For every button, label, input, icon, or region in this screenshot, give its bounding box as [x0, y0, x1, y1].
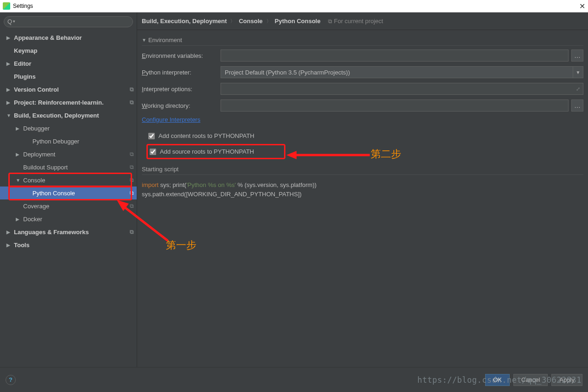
chevron-right-icon: ▶	[6, 100, 12, 105]
copy-icon: ⧉	[130, 86, 134, 93]
sidebar-item-docker[interactable]: ▶Docker	[0, 212, 137, 225]
sidebar-item-console[interactable]: ▼Console⧉	[0, 174, 137, 187]
sidebar-item-version-control[interactable]: ▶Version Control⧉	[0, 83, 137, 96]
interpreter-label: Python interpreter:	[142, 69, 221, 76]
chevron-down-icon: ▼	[16, 178, 21, 183]
crumb-build[interactable]: Build, Execution, Deployment	[142, 18, 227, 25]
tree-label: Project: Reinforcement-learnin.	[14, 99, 104, 106]
copy-icon: ⧉	[130, 229, 134, 235]
chevron-right-icon: 〉	[266, 18, 271, 25]
starting-script-editor[interactable]: import sys; print('Python %s on %s' % (s…	[142, 179, 583, 200]
interpreter-opts-input[interactable]: ⤢	[221, 83, 583, 95]
app-icon	[3, 2, 10, 10]
tree-label: Docker	[23, 216, 42, 223]
copy-icon: ⧉	[130, 151, 134, 157]
sidebar-item-python-console[interactable]: Python Console⧉	[0, 187, 137, 199]
sidebar-item-appearance[interactable]: ▶Appearance & Behavior	[0, 31, 137, 44]
sidebar-item-coverage[interactable]: Coverage⧉	[0, 199, 137, 212]
working-dir-browse-button[interactable]: …	[571, 100, 583, 112]
code-kw: import	[142, 181, 158, 188]
content-panel: Build, Execution, Deployment 〉 Console 〉…	[137, 12, 588, 367]
sidebar-item-keymap[interactable]: Keymap	[0, 44, 137, 57]
env-vars-browse-button[interactable]: …	[571, 50, 583, 62]
tree-label: Languages & Frameworks	[14, 229, 89, 236]
chevron-down-icon: ▼	[6, 113, 12, 118]
section-label: Environment	[148, 37, 182, 44]
chevron-right-icon: ▶	[6, 87, 12, 92]
sidebar-item-languages[interactable]: ▶Languages & Frameworks⧉	[0, 225, 137, 238]
search-dropdown-icon[interactable]: ▾	[13, 19, 15, 24]
sidebar-item-debugger[interactable]: ▶Debugger	[0, 122, 137, 135]
copy-icon: ⧉	[130, 177, 134, 183]
chevron-right-icon: ▶	[16, 217, 21, 222]
chevron-right-icon: ▶	[16, 126, 21, 131]
copy-icon: ⧉	[130, 190, 134, 196]
expand-icon[interactable]: ⤢	[576, 86, 580, 92]
copy-icon: ⧉	[130, 203, 134, 209]
search-input[interactable]	[4, 16, 133, 27]
chevron-right-icon: 〉	[230, 18, 235, 25]
tree-label: Deployment	[23, 151, 55, 158]
search-icon: Q	[7, 18, 12, 25]
tree-label: Version Control	[14, 86, 59, 93]
tree-label: Buildout Support	[23, 164, 68, 171]
configure-interpreters-link[interactable]: Configure Interpreters	[142, 116, 200, 123]
tree-label: Python Console	[32, 190, 75, 197]
add-content-roots-checkbox-row[interactable]: Add content roots to PYTHONPATH	[146, 130, 583, 142]
tree-label: Debugger	[23, 125, 50, 132]
chevron-down-icon: ▼	[142, 37, 146, 43]
sidebar-item-python-debugger[interactable]: Python Debugger	[0, 135, 137, 148]
apply-button[interactable]: Apply	[551, 374, 582, 386]
chevron-right-icon: ▶	[6, 243, 12, 248]
env-vars-label: Environment variables:	[142, 52, 221, 59]
working-dir-input[interactable]	[221, 100, 569, 112]
interpreter-value: Project Default (Python 3.5 (PycharmProj…	[225, 69, 350, 76]
sidebar-item-build[interactable]: ▼Build, Execution, Deployment	[0, 109, 137, 122]
sidebar-item-project[interactable]: ▶Project: Reinforcement-learnin.⧉	[0, 96, 137, 109]
scope-label: For current project	[334, 18, 383, 25]
tree-label: Coverage	[23, 203, 49, 210]
cancel-button[interactable]: Cancel	[513, 374, 548, 386]
tree-label: Plugins	[14, 73, 36, 80]
copy-icon: ⧉	[130, 99, 134, 106]
sidebar-item-plugins[interactable]: Plugins	[0, 70, 137, 83]
sidebar-item-editor[interactable]: ▶Editor	[0, 57, 137, 70]
crumb-python-console[interactable]: Python Console	[275, 18, 321, 25]
breadcrumb: Build, Execution, Deployment 〉 Console 〉…	[137, 12, 588, 30]
close-icon[interactable]: ✕	[579, 2, 585, 11]
window-title: Settings	[13, 3, 33, 9]
copy-icon: ⧉	[130, 164, 134, 170]
add-source-roots-checkbox-row[interactable]: Add source roots to PYTHONPATH	[146, 144, 285, 159]
sidebar-item-tools[interactable]: ▶Tools	[0, 238, 137, 251]
add-content-roots-checkbox[interactable]	[148, 133, 155, 139]
working-dir-label: Working directory:	[142, 102, 221, 109]
sidebar-item-deployment[interactable]: ▶Deployment⧉	[0, 148, 137, 161]
env-vars-input[interactable]	[221, 50, 569, 62]
settings-tree: ▶Appearance & Behavior Keymap ▶Editor Pl…	[0, 31, 137, 367]
tree-label: Keymap	[14, 47, 38, 54]
tree-label: Editor	[14, 60, 32, 67]
checkbox-label: Add source roots to PYTHONPATH	[160, 148, 254, 155]
chevron-right-icon: ▶	[6, 61, 12, 66]
tree-label: Tools	[14, 242, 30, 249]
sidebar: Q ▾ ▶Appearance & Behavior Keymap ▶Edito…	[0, 12, 137, 367]
copy-icon: ⧉	[328, 18, 332, 25]
interpreter-opts-label: Interpreter options:	[142, 86, 221, 93]
checkbox-label: Add content roots to PYTHONPATH	[158, 132, 254, 139]
tree-label: Build, Execution, Deployment	[14, 112, 99, 119]
tree-label: Appearance & Behavior	[14, 34, 82, 41]
sidebar-item-buildout[interactable]: Buildout Support⧉	[0, 161, 137, 174]
help-button[interactable]: ?	[6, 375, 16, 385]
chevron-right-icon: ▶	[6, 35, 12, 40]
tree-label: Python Debugger	[32, 138, 79, 145]
interpreter-combo[interactable]: Project Default (Python 3.5 (PycharmProj…	[221, 66, 583, 78]
env-section-header[interactable]: ▼Environment	[142, 34, 583, 46]
ok-button[interactable]: OK	[485, 374, 510, 386]
crumb-console[interactable]: Console	[239, 18, 262, 25]
add-source-roots-checkbox[interactable]	[150, 149, 156, 155]
dialog-footer: ? OK Cancel Apply	[0, 367, 588, 392]
tree-label: Console	[23, 177, 45, 184]
starting-script-label: Starting script	[142, 161, 583, 175]
chevron-down-icon: ▼	[573, 67, 583, 78]
titlebar: Settings ✕	[0, 0, 588, 12]
